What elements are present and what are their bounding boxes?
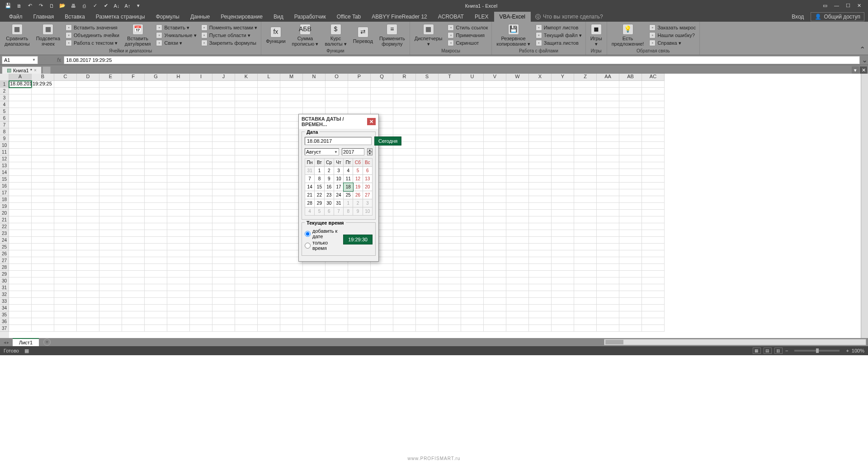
cell[interactable] [77, 115, 99, 122]
cell[interactable] [439, 210, 461, 216]
cell[interactable] [461, 169, 484, 176]
cell[interactable] [99, 311, 122, 318]
cell[interactable] [642, 250, 665, 257]
cell[interactable] [416, 216, 439, 223]
cell[interactable] [552, 149, 574, 155]
cell[interactable] [235, 264, 258, 271]
cell[interactable] [77, 311, 99, 318]
cell[interactable] [484, 115, 506, 122]
cell[interactable] [303, 311, 326, 318]
cell[interactable] [574, 311, 597, 318]
cell[interactable] [574, 101, 597, 108]
expand-formula-bar-icon[interactable]: ⌄ [862, 56, 868, 64]
cell[interactable] [99, 305, 122, 311]
cell[interactable] [439, 203, 461, 210]
cell[interactable] [145, 149, 167, 155]
cell[interactable] [212, 81, 235, 88]
cell[interactable] [122, 264, 145, 271]
cell[interactable] [77, 210, 99, 216]
cell[interactable] [235, 128, 258, 135]
calendar-day[interactable]: 25 [344, 191, 353, 199]
cell[interactable] [439, 155, 461, 162]
cell[interactable] [167, 237, 190, 244]
cell[interactable] [484, 169, 506, 176]
cell[interactable] [393, 223, 416, 230]
cell[interactable] [416, 88, 439, 94]
cell[interactable] [303, 88, 326, 94]
cell[interactable] [77, 183, 99, 189]
cell[interactable] [393, 196, 416, 203]
cell[interactable] [9, 284, 32, 291]
cell[interactable] [642, 277, 665, 284]
ribbon-tab-разметка-страницы[interactable]: Разметка страницы [90, 12, 151, 22]
cell[interactable] [393, 88, 416, 94]
cell[interactable] [416, 135, 439, 142]
cell[interactable] [619, 250, 642, 257]
cell[interactable] [212, 216, 235, 223]
ribbon-item[interactable]: ▫Закрепить формулы [199, 39, 259, 47]
cell[interactable] [393, 122, 416, 128]
cell[interactable] [303, 271, 326, 277]
cell[interactable] [77, 128, 99, 135]
cell[interactable] [529, 94, 552, 101]
cell[interactable] [122, 244, 145, 250]
calendar-day[interactable]: 12 [353, 175, 363, 183]
cell[interactable] [9, 230, 32, 237]
year-down-icon[interactable]: ▼ [367, 152, 373, 155]
cell[interactable] [145, 142, 167, 149]
cell[interactable] [597, 94, 619, 101]
cell[interactable] [642, 318, 665, 325]
cell[interactable] [190, 277, 212, 284]
compare-icon[interactable]: ▦Сравнитьдиапазоны [2, 23, 33, 47]
cell[interactable] [212, 230, 235, 237]
cell[interactable] [212, 311, 235, 318]
cell[interactable] [416, 277, 439, 284]
cell[interactable] [99, 122, 122, 128]
cell[interactable] [439, 257, 461, 264]
cell[interactable] [642, 162, 665, 169]
cell[interactable] [32, 277, 54, 284]
cell[interactable] [393, 244, 416, 250]
cell[interactable] [597, 250, 619, 257]
cell[interactable] [145, 203, 167, 210]
cell[interactable] [574, 149, 597, 155]
cell[interactable] [506, 244, 529, 250]
cell[interactable] [258, 216, 280, 223]
cell[interactable] [484, 122, 506, 128]
cell[interactable] [439, 196, 461, 203]
cell[interactable] [552, 169, 574, 176]
row-header[interactable]: 23 [0, 230, 9, 237]
cell[interactable] [642, 135, 665, 142]
cell[interactable] [642, 203, 665, 210]
cell[interactable] [54, 230, 77, 237]
cell[interactable] [371, 94, 393, 101]
cell[interactable] [167, 94, 190, 101]
cell[interactable] [258, 128, 280, 135]
translate-icon[interactable]: ⇄Перевод [350, 26, 376, 45]
cell[interactable] [303, 284, 326, 291]
cell[interactable] [77, 122, 99, 128]
cell[interactable] [99, 244, 122, 250]
cell[interactable] [32, 196, 54, 203]
cell[interactable] [77, 257, 99, 264]
column-header[interactable]: V [484, 74, 506, 81]
cell[interactable] [597, 216, 619, 223]
cell[interactable] [619, 237, 642, 244]
cell[interactable] [32, 325, 54, 332]
cell[interactable] [597, 230, 619, 237]
cell[interactable] [32, 203, 54, 210]
cell[interactable] [393, 210, 416, 216]
cell[interactable] [122, 149, 145, 155]
cell[interactable] [461, 94, 484, 101]
sort-asc-icon[interactable]: A↓ [113, 2, 120, 9]
cell[interactable] [122, 108, 145, 115]
cell[interactable] [145, 81, 167, 88]
cell[interactable] [77, 81, 99, 88]
cell[interactable] [280, 291, 303, 298]
cell[interactable] [574, 325, 597, 332]
column-header[interactable]: H [167, 74, 190, 81]
cell[interactable] [212, 203, 235, 210]
cell[interactable] [77, 237, 99, 244]
cell[interactable] [122, 291, 145, 298]
cell[interactable] [393, 101, 416, 108]
